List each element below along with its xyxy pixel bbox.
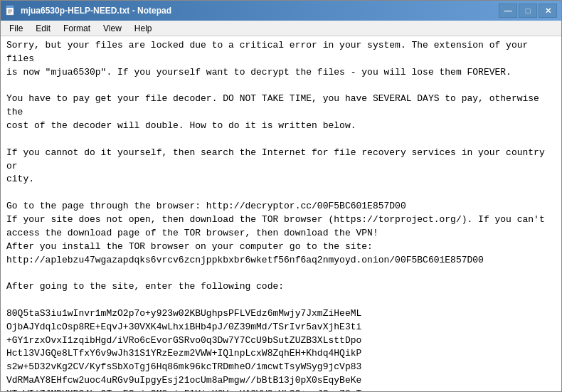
close-button[interactable]: ✕ — [539, 4, 557, 18]
notepad-icon — [5, 5, 16, 16]
title-bar: mjua6530p-HELP-NEED.txt - Notepad — □ ✕ — [1, 1, 561, 21]
menu-edit[interactable]: Edit — [30, 21, 56, 36]
menu-format[interactable]: Format — [58, 21, 96, 36]
menu-view[interactable]: View — [97, 21, 127, 36]
minimize-button[interactable]: — — [499, 4, 517, 18]
text-editor[interactable] — [1, 36, 561, 391]
menu-bar: File Edit Format View Help — [1, 21, 561, 36]
svg-rect-1 — [6, 6, 14, 8]
title-bar-left: mjua6530p-HELP-NEED.txt - Notepad — [5, 5, 171, 16]
notepad-window: mjua6530p-HELP-NEED.txt - Notepad — □ ✕ … — [0, 0, 562, 392]
title-bar-buttons: — □ ✕ — [499, 4, 557, 18]
menu-help[interactable]: Help — [129, 21, 158, 36]
content-area — [1, 36, 561, 391]
window-title: mjua6530p-HELP-NEED.txt - Notepad — [21, 6, 171, 16]
maximize-button[interactable]: □ — [519, 4, 537, 18]
menu-file[interactable]: File — [4, 21, 28, 36]
